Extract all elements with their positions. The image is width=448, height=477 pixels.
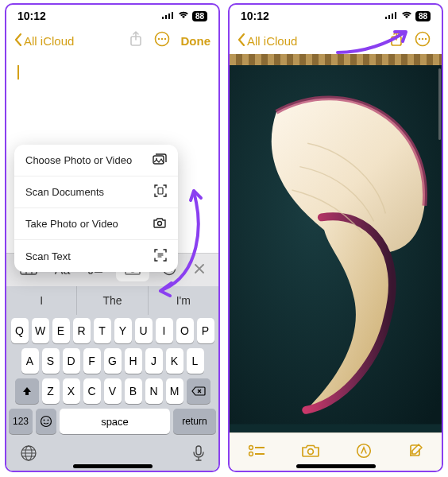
return-key[interactable]: return bbox=[173, 409, 216, 434]
key-g[interactable]: G bbox=[104, 348, 122, 374]
suggestion-2[interactable]: The bbox=[77, 286, 148, 315]
chevron-left-icon bbox=[14, 33, 22, 48]
scroll-indicator bbox=[438, 68, 441, 140]
svg-point-7 bbox=[160, 38, 162, 40]
keyboard-row-1: Q W E R T Y U I O P bbox=[9, 318, 216, 343]
key-w[interactable]: W bbox=[32, 318, 49, 343]
mic-icon[interactable] bbox=[192, 444, 205, 465]
svg-point-8 bbox=[164, 38, 165, 40]
camera-icon bbox=[153, 217, 167, 231]
key-c[interactable]: C bbox=[83, 378, 101, 404]
key-k[interactable]: K bbox=[166, 348, 183, 374]
emoji-key[interactable] bbox=[36, 409, 56, 434]
menu-choose-photo-video[interactable]: Choose Photo or Video bbox=[14, 145, 178, 176]
compose-icon[interactable] bbox=[407, 443, 423, 462]
home-indicator bbox=[296, 464, 376, 468]
svg-point-23 bbox=[41, 417, 52, 427]
shift-key[interactable] bbox=[15, 378, 39, 404]
status-bar: 10:12 88 bbox=[230, 5, 442, 27]
svg-rect-29 bbox=[196, 446, 201, 455]
menu-scan-documents[interactable]: Scan Documents bbox=[14, 176, 178, 208]
chevron-left-icon bbox=[238, 33, 245, 48]
camera-menu-popup: Choose Photo or Video Scan Documents Tak… bbox=[14, 145, 178, 272]
key-e[interactable]: E bbox=[52, 318, 70, 343]
markup-icon[interactable] bbox=[356, 443, 372, 462]
back-button[interactable]: All iCloud bbox=[238, 33, 297, 48]
back-button[interactable]: All iCloud bbox=[14, 33, 74, 48]
nav-bar: All iCloud Done bbox=[6, 27, 218, 54]
svg-rect-11 bbox=[158, 188, 163, 194]
key-p[interactable]: P bbox=[197, 318, 214, 343]
svg-rect-0 bbox=[162, 17, 164, 19]
key-b[interactable]: B bbox=[125, 378, 142, 404]
menu-label: Take Photo or Video bbox=[25, 218, 118, 230]
doc-scan-icon bbox=[154, 184, 167, 200]
key-o[interactable]: O bbox=[176, 318, 194, 343]
key-q[interactable]: Q bbox=[11, 318, 29, 343]
note-image[interactable] bbox=[230, 65, 442, 432]
key-y[interactable]: Y bbox=[114, 318, 132, 343]
svg-point-36 bbox=[419, 38, 420, 40]
svg-rect-32 bbox=[392, 14, 393, 19]
done-button[interactable]: Done bbox=[181, 34, 211, 48]
svg-rect-30 bbox=[385, 17, 387, 19]
numbers-key[interactable]: 123 bbox=[9, 409, 33, 434]
svg-point-38 bbox=[425, 38, 427, 40]
svg-point-40 bbox=[249, 445, 253, 449]
key-l[interactable]: L bbox=[187, 348, 204, 374]
keyboard-suggestions: I The I'm bbox=[6, 286, 218, 315]
menu-take-photo-video[interactable]: Take Photo or Video bbox=[14, 208, 178, 240]
text-cursor bbox=[17, 65, 19, 80]
keyboard-row-4: 123 space return bbox=[9, 409, 216, 434]
suggestion-1[interactable]: I bbox=[6, 286, 77, 315]
key-v[interactable]: V bbox=[104, 378, 122, 404]
key-z[interactable]: Z bbox=[42, 378, 60, 404]
key-f[interactable]: F bbox=[83, 348, 101, 374]
phone-screenshot-left: 10:12 88 All iCloud Done bbox=[5, 3, 220, 472]
suggestion-3[interactable]: I'm bbox=[149, 286, 218, 315]
key-h[interactable]: H bbox=[125, 348, 142, 374]
key-s[interactable]: S bbox=[42, 348, 60, 374]
menu-scan-text[interactable]: Scan Text bbox=[14, 240, 178, 272]
key-u[interactable]: U bbox=[135, 318, 153, 343]
key-x[interactable]: X bbox=[63, 378, 80, 404]
space-key[interactable]: space bbox=[60, 409, 170, 434]
svg-point-6 bbox=[157, 38, 159, 40]
key-i[interactable]: I bbox=[156, 318, 173, 343]
close-toolbar-icon[interactable] bbox=[189, 260, 210, 281]
text-scan-icon bbox=[154, 249, 167, 264]
status-indicators: 88 bbox=[385, 11, 431, 21]
status-time: 10:12 bbox=[17, 10, 46, 22]
share-icon[interactable] bbox=[389, 31, 404, 50]
more-icon[interactable] bbox=[415, 31, 431, 50]
home-indicator bbox=[73, 464, 153, 468]
share-icon[interactable] bbox=[129, 31, 143, 50]
more-icon[interactable] bbox=[154, 31, 170, 50]
key-a[interactable]: A bbox=[21, 348, 39, 374]
keyboard-bottom-row bbox=[9, 439, 216, 467]
keyboard: Q W E R T Y U I O P A S D F G H J K L Z bbox=[6, 315, 218, 471]
svg-point-44 bbox=[307, 448, 313, 454]
menu-label: Scan Documents bbox=[25, 186, 104, 198]
status-bar: 10:12 88 bbox=[6, 5, 218, 27]
checklist-icon[interactable] bbox=[248, 444, 265, 461]
svg-point-41 bbox=[249, 452, 253, 456]
globe-icon[interactable] bbox=[20, 444, 37, 465]
backspace-key[interactable] bbox=[187, 378, 210, 404]
key-m[interactable]: M bbox=[166, 378, 183, 404]
photo-divider-strip bbox=[230, 54, 442, 65]
keyboard-row-2: A S D F G H J K L bbox=[9, 348, 216, 374]
key-n[interactable]: N bbox=[145, 378, 163, 404]
key-d[interactable]: D bbox=[63, 348, 80, 374]
svg-point-25 bbox=[48, 420, 49, 421]
camera-icon[interactable] bbox=[301, 444, 320, 461]
svg-point-12 bbox=[158, 222, 162, 226]
svg-rect-33 bbox=[395, 12, 396, 19]
svg-rect-2 bbox=[168, 14, 170, 19]
menu-label: Scan Text bbox=[25, 250, 71, 262]
key-r[interactable]: R bbox=[73, 318, 91, 343]
key-t[interactable]: T bbox=[94, 318, 111, 343]
signal-icon bbox=[162, 11, 175, 21]
battery-indicator: 88 bbox=[415, 11, 431, 21]
key-j[interactable]: J bbox=[145, 348, 163, 374]
